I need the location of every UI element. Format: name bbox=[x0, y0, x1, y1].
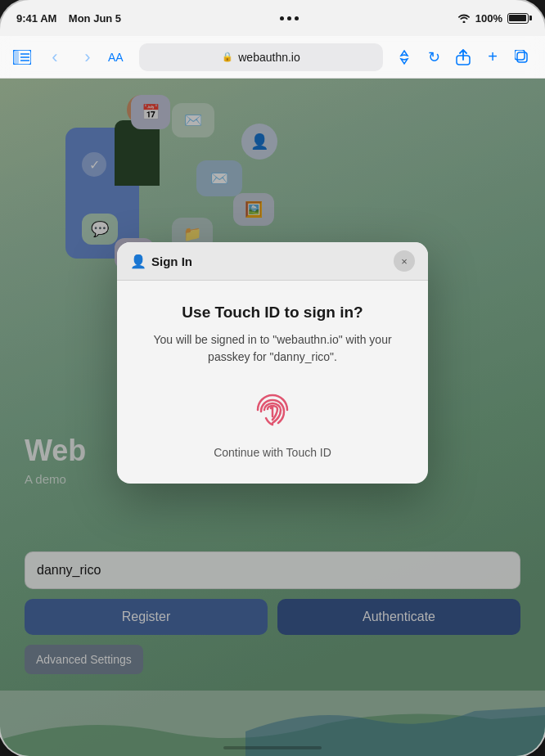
airdrop-button[interactable] bbox=[391, 44, 417, 70]
date-text: Mon Jun 5 bbox=[69, 12, 121, 25]
svg-rect-7 bbox=[515, 50, 525, 60]
modal-person-icon: 👤 bbox=[130, 254, 146, 269]
touch-id-modal: 👤 Sign In × Use Touch ID to sign in? You… bbox=[117, 242, 428, 484]
modal-header-title: Sign In bbox=[151, 254, 192, 268]
modal-description: You will be signed in to "webauthn.io" w… bbox=[142, 331, 403, 366]
dot-1 bbox=[280, 16, 284, 20]
nav-bar: ‹ › AA 🔒 webauthn.io ↻ + bbox=[0, 36, 545, 79]
battery bbox=[507, 13, 529, 24]
ipad-frame: 9:41 AM Mon Jun 5 100% bbox=[0, 0, 545, 756]
reload-button[interactable]: ↻ bbox=[421, 44, 447, 70]
status-time: 9:41 AM Mon Jun 5 bbox=[16, 12, 121, 25]
status-center-dots bbox=[280, 16, 299, 20]
status-bar: 9:41 AM Mon Jun 5 100% bbox=[0, 0, 545, 36]
tabs-button[interactable] bbox=[509, 44, 535, 70]
modal-header: 👤 Sign In × bbox=[117, 242, 428, 281]
time-text: 9:41 AM bbox=[16, 12, 56, 25]
modal-close-label: × bbox=[401, 255, 408, 268]
status-right: 100% bbox=[457, 12, 529, 25]
svg-rect-1 bbox=[13, 50, 19, 65]
forward-button[interactable]: › bbox=[75, 45, 100, 70]
dot-3 bbox=[295, 16, 299, 20]
nav-actions: ↻ + bbox=[391, 44, 535, 70]
modal-body: Use Touch ID to sign in? You will be sig… bbox=[117, 281, 428, 484]
url-bar[interactable]: 🔒 webauthn.io bbox=[139, 43, 383, 71]
battery-percent: 100% bbox=[475, 12, 502, 25]
sidebar-toggle-button[interactable] bbox=[10, 45, 34, 70]
modal-overlay: 👤 Sign In × Use Touch ID to sign in? You… bbox=[0, 79, 545, 756]
home-indicator bbox=[223, 746, 322, 749]
modal-title: Use Touch ID to sign in? bbox=[142, 304, 403, 322]
new-tab-button[interactable]: + bbox=[480, 44, 506, 70]
svg-rect-6 bbox=[517, 52, 527, 62]
modal-close-button[interactable]: × bbox=[394, 250, 415, 272]
battery-fill bbox=[509, 15, 526, 21]
dot-2 bbox=[287, 16, 291, 20]
share-button[interactable] bbox=[450, 44, 476, 70]
modal-header-left: 👤 Sign In bbox=[130, 254, 192, 269]
url-text: webauthn.io bbox=[238, 51, 300, 64]
touch-id-icon[interactable] bbox=[248, 385, 297, 434]
lock-icon: 🔒 bbox=[222, 52, 233, 62]
fingerprint-svg bbox=[250, 387, 295, 433]
wifi-icon bbox=[457, 13, 471, 23]
reader-view-button[interactable]: AA bbox=[108, 51, 131, 64]
touch-id-label: Continue with Touch ID bbox=[142, 446, 403, 459]
back-button[interactable]: ‹ bbox=[43, 45, 67, 70]
main-content: ✓ 📅 ✉️ ✉️ 👤 🖼️ 📁 📊 💬 Web A demo bbox=[0, 79, 545, 756]
battery-container bbox=[507, 13, 529, 24]
